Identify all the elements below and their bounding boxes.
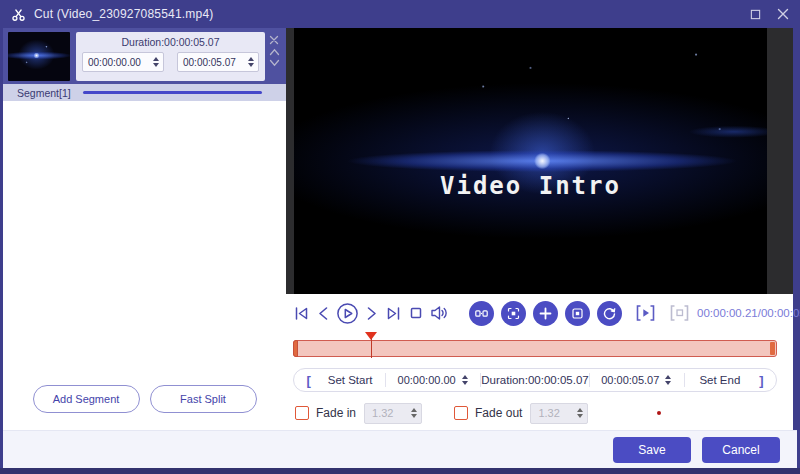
start-time-value: 00:00:00.00: [398, 374, 456, 386]
bracket-close: ]: [755, 373, 768, 388]
segment-end-time-input[interactable]: 00:00:05.07: [177, 52, 259, 72]
segment-duration-label: Duration:00:00:05.07: [82, 36, 259, 48]
fade-in-duration-value: 1.32: [372, 407, 410, 419]
fade-in-label: Fade in: [316, 406, 356, 420]
segment-start-time-value: 00:00:00.00: [88, 57, 152, 68]
segments-list-empty-area: [3, 101, 286, 385]
segment-start-time-input[interactable]: 00:00:00.00: [82, 52, 164, 72]
skip-end-icon[interactable]: [385, 305, 402, 322]
segment-label: Segment[1]: [17, 87, 71, 99]
playback-time-display: 00:00:00.21/00:00:05.07: [697, 307, 800, 319]
step-forward-icon[interactable]: [366, 305, 378, 322]
start-time-input[interactable]: 00:00:00.00: [386, 374, 480, 386]
segment-progress-line: [83, 91, 262, 94]
video-preview: Video Intro: [286, 28, 793, 294]
play-icon[interactable]: [336, 302, 359, 325]
step-back-icon[interactable]: [317, 305, 329, 322]
segment-duration-card: Duration:00:00:05.07 00:00:00.00 00:00:0…: [76, 32, 265, 81]
end-time-spinner[interactable]: [664, 375, 672, 385]
fade-out-label: Fade out: [475, 406, 522, 420]
trim-duration-label: Duration:00:00:05.07: [481, 374, 588, 386]
segment-end-spinner[interactable]: [247, 57, 255, 67]
timeline: [293, 338, 777, 357]
volume-icon[interactable]: [430, 305, 449, 321]
segment-end-time-value: 00:00:05.07: [183, 57, 247, 68]
red-dot-indicator: [657, 411, 661, 415]
stop-icon[interactable]: [409, 306, 423, 320]
titlebar: Cut (Video_230927085541.mp4): [0, 0, 800, 28]
fade-in-spinner: [410, 408, 418, 418]
save-button[interactable]: Save: [613, 437, 691, 463]
trim-end-handle[interactable]: [770, 342, 775, 355]
maximize-button[interactable]: [748, 7, 762, 21]
bracket-open: [: [302, 373, 315, 388]
add-segment-button[interactable]: Add Segment: [33, 385, 140, 413]
video-frame: Video Intro: [294, 28, 767, 294]
move-up-icon[interactable]: [269, 48, 280, 56]
segment-thumbnail[interactable]: [8, 32, 70, 81]
segment-item[interactable]: Duration:00:00:05.07 00:00:00.00 00:00:0…: [3, 28, 286, 84]
set-end-button[interactable]: Set End: [685, 374, 755, 386]
end-time-input[interactable]: 00:00:05.07: [590, 374, 684, 386]
copy-button[interactable]: [565, 301, 590, 326]
fade-out-duration-value: 1.32: [538, 407, 576, 419]
trim-start-handle[interactable]: [293, 340, 298, 357]
playhead-marker[interactable]: [365, 332, 377, 358]
reset-button[interactable]: [597, 301, 622, 326]
skip-start-icon[interactable]: [293, 305, 310, 322]
fade-in-duration-input: 1.32: [364, 403, 422, 424]
add-button[interactable]: [533, 301, 558, 326]
snapshot-button[interactable]: [501, 301, 526, 326]
cancel-button[interactable]: Cancel: [702, 437, 780, 463]
fade-options-row: Fade in 1.32 Fade out 1.32: [293, 401, 777, 425]
set-start-button[interactable]: Set Start: [315, 374, 385, 386]
segment-start-spinner[interactable]: [152, 57, 160, 67]
fast-split-button[interactable]: Fast Split: [150, 385, 257, 413]
delete-segment-icon[interactable]: [269, 35, 279, 45]
playback-controls-area: 00:00:00.21/00:00:05.07: [286, 294, 793, 430]
play-segment-button[interactable]: [635, 304, 656, 322]
segment-footer: Segment[1]: [3, 84, 286, 101]
stop-segment-button[interactable]: [669, 304, 690, 322]
move-down-icon[interactable]: [269, 59, 280, 67]
segments-panel: Duration:00:00:05.07 00:00:00.00 00:00:0…: [3, 28, 286, 430]
start-time-spinner[interactable]: [461, 375, 469, 385]
fade-out-checkbox[interactable]: [454, 406, 468, 420]
end-time-value: 00:00:05.07: [601, 374, 659, 386]
video-overlay-title: Video Intro: [294, 172, 767, 200]
cut-dialog-window: Cut (Video_230927085541.mp4) Duration:00…: [0, 0, 800, 474]
fade-out-duration-input: 1.32: [530, 403, 588, 424]
fade-in-checkbox[interactable]: [295, 406, 309, 420]
scissors-icon: [10, 6, 26, 22]
trim-settings-bar: [ Set Start 00:00:00.00 Duration:00:00:0…: [293, 368, 777, 392]
window-title: Cut (Video_230927085541.mp4): [34, 7, 214, 21]
fade-out-spinner: [576, 408, 584, 418]
close-button[interactable]: [776, 7, 790, 21]
split-button[interactable]: [469, 301, 494, 326]
window-bottom-border: [0, 468, 800, 474]
dialog-footer: Save Cancel: [3, 430, 797, 468]
